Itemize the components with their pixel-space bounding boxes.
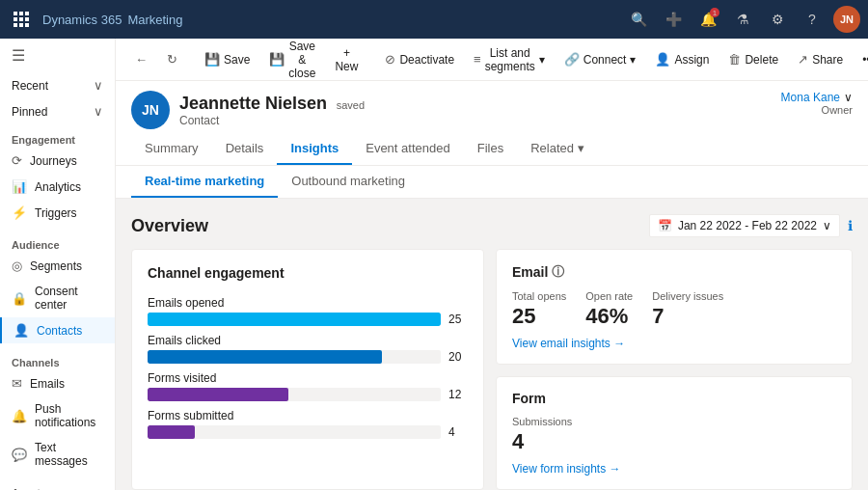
save-button[interactable]: 💾 Save (197, 47, 258, 71)
waffle-icon[interactable] (8, 6, 35, 33)
contacts-icon: 👤 (14, 323, 29, 338)
push-icon: 🔔 (12, 409, 27, 423)
list-segments-button[interactable]: ≡ List and segments ▾ (466, 41, 553, 78)
deactivate-icon: ⊘ (385, 52, 395, 67)
tab-files[interactable]: Files (464, 133, 517, 165)
engagement-header: Engagement (0, 128, 115, 148)
help-icon[interactable]: ? (799, 6, 826, 33)
sidebar-item-journeys[interactable]: ⟳ Journeys (0, 148, 115, 174)
tab-summary[interactable]: Summary (131, 133, 212, 165)
connect-icon: 🔗 (564, 52, 580, 67)
chart-fill-emails-clicked (148, 350, 382, 364)
search-icon[interactable]: 🔍 (625, 6, 652, 33)
add-icon[interactable]: ➕ (660, 6, 687, 33)
refresh-button[interactable]: ↻ (159, 47, 185, 71)
email-stat-total-opens: Total opens 25 (512, 290, 566, 329)
assets-header: Assets (0, 481, 115, 490)
chart-label-forms-visited: Forms visited (148, 371, 468, 385)
owner-name[interactable]: Mona Kane (781, 91, 840, 104)
assets-section: Assets 🖼 Library 📋 Templates ⊞ Content b… (0, 477, 115, 490)
tab-insights[interactable]: Insights (277, 133, 352, 165)
subtab-realtime[interactable]: Real-time marketing (131, 166, 278, 198)
chart-row-forms-visited: Forms visited 12 (148, 371, 468, 401)
sidebar-item-triggers[interactable]: ⚡ Triggers (0, 200, 115, 226)
save-close-icon: 💾 (269, 52, 285, 67)
notification-icon[interactable]: 🔔 1 (694, 6, 721, 33)
channels-header: Channels (0, 351, 115, 370)
engagement-section: Engagement ⟳ Journeys 📊 Analytics ⚡ Trig… (0, 124, 115, 230)
more-button[interactable]: ••• (854, 48, 868, 71)
new-button[interactable]: + New (327, 41, 366, 78)
connect-button[interactable]: 🔗 Connect ▾ (556, 47, 644, 71)
tab-details[interactable]: Details (212, 133, 278, 165)
funnel-icon[interactable]: ⚗ (729, 6, 756, 33)
contact-header: JN Jeannette Nielsen saved Contact Mona … (116, 81, 868, 166)
sidebar-item-sms[interactable]: 💬 Text messages (0, 435, 115, 474)
chart-track-forms-submitted (148, 425, 441, 439)
svg-rect-8 (25, 23, 29, 27)
contact-identity: JN Jeannette Nielsen saved Contact (131, 91, 365, 129)
assign-button[interactable]: 👤 Assign (647, 47, 717, 71)
notification-badge: 1 (710, 8, 719, 17)
subtab-outbound[interactable]: Outbound marketing (278, 166, 419, 198)
svg-rect-4 (19, 17, 23, 21)
main-area: ← ↻ 💾 Save 💾 Save & close + New ⊘ Deacti… (116, 39, 868, 490)
delete-button[interactable]: 🗑 Delete (720, 47, 786, 71)
dropdown-icon: ▾ (539, 53, 545, 67)
sidebar-item-pinned[interactable]: Pinned ∨ (0, 98, 115, 124)
svg-rect-0 (14, 12, 17, 15)
email-icon: ✉ (12, 376, 22, 391)
sidebar-item-emails[interactable]: ✉ Emails (0, 370, 115, 396)
chart-track-forms-visited (148, 388, 441, 401)
segments-icon: ◎ (12, 259, 22, 273)
channel-engagement-title: Channel engagement (148, 265, 468, 281)
contact-avatar: JN (131, 91, 170, 129)
settings-icon[interactable]: ⚙ (764, 6, 791, 33)
hamburger-icon[interactable]: ☰ (0, 39, 115, 72)
share-button[interactable]: ↗ Share (790, 47, 851, 71)
svg-rect-7 (19, 23, 23, 27)
sidebar-item-push[interactable]: 🔔 Push notifications (0, 396, 115, 435)
chart-value-emails-clicked: 20 (448, 350, 468, 364)
sidebar-item-segments[interactable]: ◎ Segments (0, 253, 115, 279)
tab-related[interactable]: Related ▾ (517, 133, 597, 165)
form-submissions-label: Submissions (512, 416, 572, 427)
right-column: Email ⓘ Total opens 25 Open rate 46% (496, 249, 853, 490)
view-form-insights-link[interactable]: View form insights → (512, 462, 836, 476)
chart-value-forms-visited: 12 (448, 388, 468, 401)
deactivate-button[interactable]: ⊘ Deactivate (377, 47, 462, 71)
email-total-opens-label: Total opens (512, 290, 566, 302)
view-email-insights-link[interactable]: View email insights → (512, 337, 836, 350)
tab-event[interactable]: Event attended (352, 133, 463, 165)
owner-label: Owner (781, 104, 853, 116)
chart-fill-forms-visited (148, 388, 288, 401)
svg-rect-1 (19, 12, 23, 15)
email-open-rate-label: Open rate (585, 290, 633, 302)
triggers-icon: ⚡ (12, 205, 27, 220)
chart-label-forms-submitted: Forms submitted (148, 409, 468, 422)
email-stats: Total opens 25 Open rate 46% Delivery is… (512, 290, 836, 329)
top-nav: Dynamics 365 Marketing 🔍 ➕ 🔔 1 ⚗ ⚙ ? JN (0, 0, 868, 39)
owner-chevron-icon[interactable]: ∨ (844, 91, 853, 104)
more-icon: ••• (862, 53, 868, 67)
sidebar-item-contacts[interactable]: 👤 Contacts (0, 317, 115, 343)
overview-info-icon[interactable]: ℹ (848, 218, 853, 233)
overview-header: Overview 📅 Jan 22 2022 - Feb 22 2022 ∨ ℹ (131, 214, 853, 237)
svg-rect-2 (25, 12, 29, 15)
sidebar-item-analytics[interactable]: 📊 Analytics (0, 174, 115, 200)
email-stat-open-rate: Open rate 46% (585, 290, 633, 329)
sub-tabs: Real-time marketing Outbound marketing (116, 166, 868, 199)
email-card-title: Email (512, 264, 548, 280)
user-avatar[interactable]: JN (833, 6, 860, 33)
svg-rect-3 (14, 17, 17, 21)
email-help-icon[interactable]: ⓘ (552, 263, 564, 281)
date-range-picker[interactable]: 📅 Jan 22 2022 - Feb 22 2022 ∨ (649, 214, 840, 237)
chart-label-emails-clicked: Emails clicked (148, 334, 468, 347)
sidebar-item-consent[interactable]: 🔒 Consent center (0, 279, 115, 317)
consent-icon: 🔒 (12, 291, 27, 306)
sidebar-item-recent[interactable]: Recent ∨ (0, 72, 115, 98)
save-close-button[interactable]: 💾 Save & close (261, 39, 323, 85)
date-range-value: Jan 22 2022 - Feb 22 2022 (678, 219, 817, 232)
back-button[interactable]: ← (127, 47, 155, 71)
chart-fill-forms-submitted (148, 425, 195, 439)
